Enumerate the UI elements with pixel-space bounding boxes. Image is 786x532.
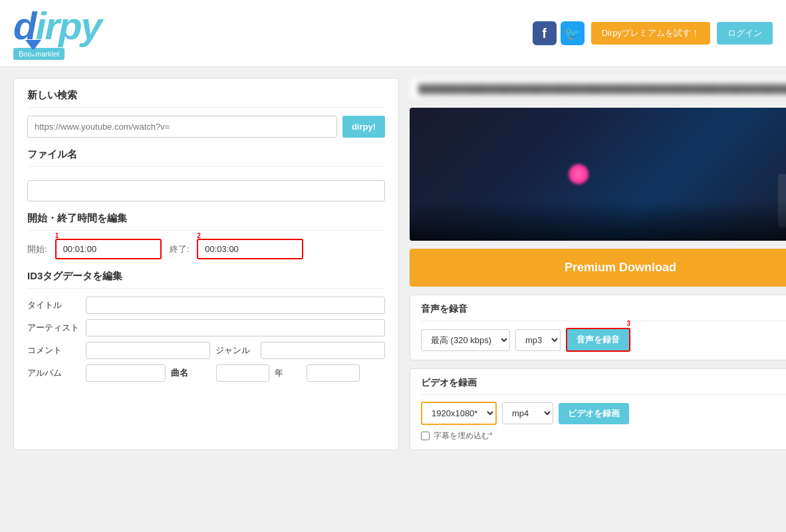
id3-title-label: タイトル [27,299,80,311]
end-time-input[interactable] [197,239,303,259]
dirpy-button[interactable]: dirpy! [342,116,385,138]
audio-section: 音声を録音 最高 (320 kbps) 高 (192 kbps) 標準 (128… [410,295,786,360]
video-format-select[interactable]: mp4 webm avi [502,402,553,424]
logo-rest: irp [35,4,80,47]
filename-section: ファイル名 [27,148,385,201]
id3-album-label: アルバム [27,367,80,379]
id3-genre-label: ジャンル [215,344,255,356]
logo-container: dirpy Bookmarklet [13,7,101,60]
record-audio-button[interactable]: 音声を録音 [566,328,630,352]
start-time-input[interactable] [55,239,162,259]
main-content: 新しい検索 dirpy! ファイル名 開始・終了時間を編集 開始: 1 終了: [0,67,786,461]
logo-main: dirpy [13,7,101,45]
header-right: f 🐦 Dirpyプレミアムを試す！ ログイン [533,21,773,45]
time-section-title: 開始・終了時間を編集 [27,212,385,231]
record-audio-wrapper: 3 音声を録音 [566,328,630,352]
left-panel: 新しい検索 dirpy! ファイル名 開始・終了時間を編集 開始: 1 終了: [13,78,399,450]
id3-comment-label: コメント [27,344,80,356]
twitter-icon[interactable]: 🐦 [561,21,585,45]
video-title-bar: ████████████████████████████████████████… [410,78,786,100]
id3-artist-input[interactable] [86,319,385,336]
search-section: 新しい検索 dirpy! [27,89,385,138]
start-time-wrapper: 1 [55,239,162,259]
id3-album-input[interactable] [86,364,166,382]
audio-section-title: 音声を録音 [421,303,786,321]
audio-quality-select[interactable]: 最高 (320 kbps) 高 (192 kbps) 標準 (128 kbps) [421,329,510,351]
id3-section-title: ID3タグデータを編集 [27,270,385,289]
search-row: dirpy! [27,116,385,138]
start-number: 1 [55,232,59,239]
filename-input[interactable] [27,180,385,201]
search-section-title: 新しい検索 [27,89,385,108]
logo-arrow-dot-icon [31,49,36,55]
logo-y: y [81,4,101,47]
subtitle-checkbox[interactable] [421,432,430,440]
end-label: 終了: [170,243,190,255]
id3-track-input[interactable] [216,364,269,382]
id3-year-input[interactable] [307,364,360,382]
video-resolution-select[interactable]: 1920x1080* 1280x720 854x480 640x360 [421,402,497,425]
url-input[interactable] [27,116,337,138]
video-figure-decoration [778,174,786,227]
video-controls: 1920x1080* 1280x720 854x480 640x360 mp4 … [421,402,786,425]
id3-year-label: 年 [275,367,301,379]
filename-section-title: ファイル名 [27,148,385,167]
facebook-icon[interactable]: f [533,21,557,45]
id3-section: ID3タグデータを編集 タイトル アーティスト コメント ジャンル アルバム 曲… [27,270,385,382]
subtitle-label: 字幕を埋め込む* [434,430,493,442]
record-audio-number: 3 [626,320,630,327]
time-row: 開始: 1 終了: 2 [27,239,385,259]
record-video-button[interactable]: ビデオを録画 [559,403,629,424]
audio-controls: 最高 (320 kbps) 高 (192 kbps) 標準 (128 kbps)… [421,328,786,352]
video-thumbnail [410,108,786,241]
video-pink-dot-decoration [569,164,589,184]
video-section: ビデオを録画 1920x1080* 1280x720 854x480 640x3… [410,368,786,450]
id3-genre-input[interactable] [261,342,385,359]
id3-title-input[interactable] [86,297,385,314]
video-section-title: ビデオを録画 [421,377,786,395]
social-icons: f 🐦 [533,21,585,45]
end-number: 2 [197,232,201,239]
end-time-wrapper: 2 [197,239,303,259]
logo: dirpy [13,7,101,45]
header: dirpy Bookmarklet f 🐦 Dirpyプレミアムを試す！ ログイ… [0,0,786,67]
id3-artist-label: アーティスト [27,322,80,334]
right-panel: ████████████████████████████████████████… [410,78,786,450]
login-button[interactable]: ログイン [717,22,773,45]
id3-comment-input[interactable] [86,342,210,359]
time-section: 開始・終了時間を編集 開始: 1 終了: 2 [27,212,385,259]
subtitle-row: 字幕を埋め込む* [421,430,786,442]
id3-track-label: 曲名 [171,367,211,379]
start-label: 開始: [27,243,47,255]
audio-format-select[interactable]: mp3 aac ogg [515,329,561,351]
premium-trial-button[interactable]: Dirpyプレミアムを試す！ [591,22,710,45]
premium-download-button[interactable]: Premium Download [410,249,786,287]
